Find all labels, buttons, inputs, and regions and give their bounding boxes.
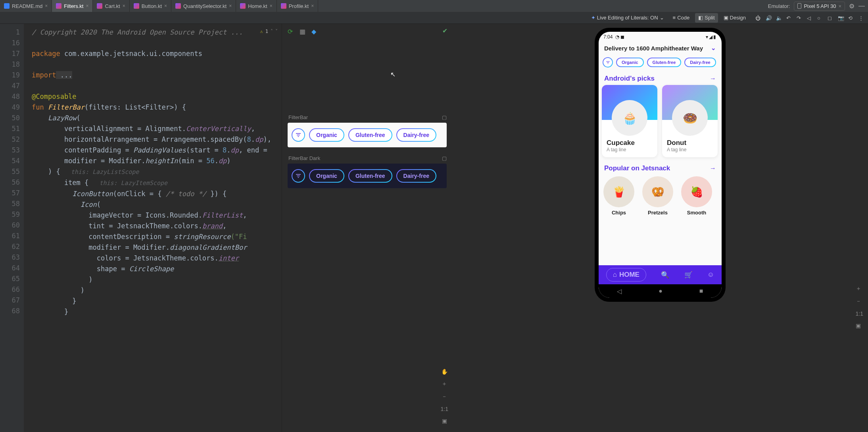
- chevron-down-icon[interactable]: ˅: [275, 26, 278, 37]
- fit-icon[interactable]: ▣: [442, 418, 447, 424]
- tab-filters[interactable]: Filters.kt×: [52, 0, 93, 12]
- close-icon[interactable]: ×: [311, 3, 314, 9]
- preview-filterbar-dark[interactable]: Organic Gluten-free Dairy-free: [288, 164, 447, 188]
- preview-label-dark: FilterBar Dark▢: [288, 155, 447, 161]
- card-donut[interactable]: 🍩DonutA tag line: [662, 85, 718, 157]
- home-icon[interactable]: ○: [817, 15, 823, 21]
- emulator-label: Emulator:: [768, 3, 790, 9]
- compose-preview-panel: ⟳ ▦ ◆ ✔ FilterBar▢ Organic Gluten-free D…: [282, 24, 452, 432]
- inspection-status[interactable]: ⚠1˄˅: [260, 26, 278, 37]
- filter-list-icon[interactable]: [292, 128, 305, 142]
- card-cupcake[interactable]: 🧁CupcakeA tag line: [602, 85, 657, 157]
- device-icon[interactable]: ▢: [442, 114, 447, 120]
- home-icon[interactable]: ●: [659, 287, 663, 295]
- code-editor[interactable]: ⚠1˄˅ / Copyright 2020 The Android Open S…: [24, 24, 282, 432]
- zoom-in-icon[interactable]: ＋: [442, 380, 447, 388]
- kotlin-icon: [175, 3, 181, 9]
- close-icon[interactable]: ×: [45, 3, 48, 9]
- power-icon[interactable]: ⏻: [755, 15, 761, 21]
- editor-tab-bar: README.md× Filters.kt× Cart.kt× Button.k…: [0, 0, 868, 12]
- live-edit-toggle[interactable]: ✦Live Editing of Literals: ON⌄: [588, 13, 667, 23]
- back-icon[interactable]: ◁: [807, 15, 812, 21]
- back-icon[interactable]: ◁: [617, 287, 622, 295]
- volume-up-icon[interactable]: 🔊: [766, 15, 771, 21]
- overview-icon[interactable]: ◻: [828, 15, 833, 21]
- kotlin-icon: [240, 3, 246, 9]
- nav-home[interactable]: ⌂HOME: [606, 268, 646, 282]
- line-gutter: 1161718194748495051525354555657585960616…: [0, 24, 24, 432]
- zoom-out-icon[interactable]: －: [442, 393, 447, 400]
- filter-list-icon[interactable]: [292, 169, 305, 183]
- preview-filterbar-light[interactable]: Organic Gluten-free Dairy-free: [288, 123, 447, 147]
- close-icon[interactable]: ×: [270, 3, 273, 9]
- chip-organic[interactable]: Organic: [309, 169, 344, 183]
- pan-icon[interactable]: ✋: [441, 368, 448, 375]
- zoom-reset[interactable]: 1:1: [441, 406, 448, 412]
- rotate-right-icon[interactable]: ↷: [797, 15, 802, 21]
- chip-dairy-free[interactable]: Dairy-free: [684, 58, 716, 67]
- chip-dairy-free[interactable]: Dairy-free: [396, 128, 436, 142]
- zoom-out-icon[interactable]: －: [856, 298, 863, 305]
- gear-icon[interactable]: ⚙: [849, 2, 855, 10]
- app-filter-bar[interactable]: Organic Gluten-free Dairy-free: [599, 56, 722, 72]
- device-icon[interactable]: ▢: [442, 155, 447, 161]
- tab-profile[interactable]: Profile.kt×: [277, 0, 319, 12]
- delivery-address[interactable]: Delivery to 1600 Amphitheater Way⌄: [599, 40, 722, 56]
- tab-cart[interactable]: Cart.kt×: [93, 0, 129, 12]
- close-icon[interactable]: ×: [164, 3, 167, 9]
- chevron-up-icon[interactable]: ˄: [271, 26, 273, 37]
- arrow-right-icon[interactable]: →: [710, 75, 716, 82]
- arrow-right-icon[interactable]: →: [710, 165, 716, 172]
- close-icon[interactable]: ×: [229, 3, 232, 9]
- zoom-in-icon[interactable]: ＋: [856, 285, 863, 292]
- phone-frame: 7:04 ◔ ◼▾◢▮ Delivery to 1600 Amphitheate…: [595, 28, 726, 302]
- reload-icon[interactable]: ⟲: [848, 15, 854, 21]
- overview-icon[interactable]: ■: [699, 287, 703, 295]
- deploy-icon[interactable]: ▦: [300, 28, 307, 35]
- popular-pretzels[interactable]: 🥨Pretzels: [642, 176, 673, 216]
- bottom-nav[interactable]: ⌂HOME 🔍 🛒 ☺: [599, 265, 722, 284]
- phone-screen[interactable]: 7:04 ◔ ◼▾◢▮ Delivery to 1600 Amphitheate…: [599, 32, 722, 298]
- android-nav-bar[interactable]: ◁●■: [599, 284, 722, 298]
- filter-list-icon[interactable]: [603, 57, 613, 68]
- view-code[interactable]: ≡Code: [670, 13, 693, 23]
- popular-chips[interactable]: 🍟Chips: [603, 176, 634, 216]
- refresh-icon[interactable]: ⟳: [288, 28, 295, 35]
- volume-down-icon[interactable]: 🔈: [776, 15, 782, 21]
- chip-dairy-free[interactable]: Dairy-free: [396, 169, 436, 183]
- fit-icon[interactable]: ▣: [856, 322, 863, 329]
- zoom-reset[interactable]: 1:1: [856, 310, 863, 317]
- chevron-down-icon: ⌄: [660, 15, 664, 21]
- screenshot-icon[interactable]: 📷: [838, 15, 843, 21]
- chip-organic[interactable]: Organic: [616, 58, 644, 67]
- kotlin-icon: [281, 3, 286, 9]
- tab-button[interactable]: Button.kt×: [130, 0, 171, 12]
- tab-readme[interactable]: README.md×: [0, 0, 52, 12]
- section-popular: Popular on Jetsnack→: [599, 162, 722, 175]
- picks-row[interactable]: 🧁CupcakeA tag line 🍩DonutA tag line: [599, 85, 722, 162]
- close-icon[interactable]: ×: [838, 3, 841, 9]
- view-design[interactable]: ▣Design: [720, 13, 749, 23]
- chip-organic[interactable]: Organic: [309, 128, 344, 142]
- interactive-icon[interactable]: ◆: [311, 28, 319, 35]
- main-area: 1161718194748495051525354555657585960616…: [0, 24, 868, 432]
- more-icon[interactable]: ⋮: [858, 15, 864, 21]
- rotate-left-icon[interactable]: ↶: [786, 15, 792, 21]
- close-icon[interactable]: ×: [86, 3, 88, 9]
- search-icon[interactable]: 🔍: [661, 271, 669, 279]
- device-selector[interactable]: Pixel 5 API 30×: [794, 2, 845, 11]
- kotlin-icon: [56, 3, 61, 9]
- chip-gluten-free[interactable]: Gluten-free: [647, 58, 682, 67]
- emulator-panel: 7:04 ◔ ◼▾◢▮ Delivery to 1600 Amphitheate…: [452, 24, 868, 432]
- minimize-icon[interactable]: —: [858, 2, 865, 10]
- chip-gluten-free[interactable]: Gluten-free: [348, 128, 392, 142]
- view-split[interactable]: ◧Split: [695, 13, 718, 23]
- tab-home[interactable]: Home.kt×: [236, 0, 277, 12]
- close-icon[interactable]: ×: [123, 3, 125, 9]
- cart-icon[interactable]: 🛒: [684, 271, 693, 279]
- tab-quantity[interactable]: QuantitySelector.kt×: [171, 0, 236, 12]
- profile-icon[interactable]: ☺: [707, 271, 714, 279]
- chip-gluten-free[interactable]: Gluten-free: [348, 169, 392, 183]
- popular-smoothie[interactable]: 🍓Smooth: [681, 176, 712, 216]
- popular-row[interactable]: 🍟Chips 🥨Pretzels 🍓Smooth: [599, 175, 722, 217]
